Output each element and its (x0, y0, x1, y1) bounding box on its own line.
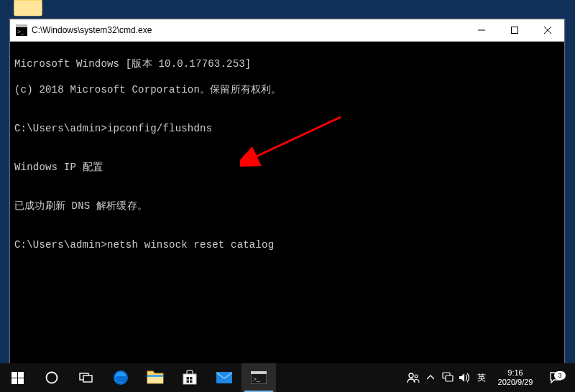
svg-text:>_: >_ (253, 375, 260, 383)
store-icon (182, 370, 198, 386)
taskbar-app-edge[interactable] (104, 363, 138, 392)
terminal-line: 已成功刷新 DNS 解析缓存。 (14, 200, 560, 213)
titlebar[interactable]: >_ C:\Windows\system32\cmd.exe (10, 19, 564, 42)
tray-people-icon[interactable] (405, 363, 422, 392)
svg-rect-9 (18, 372, 24, 378)
svg-rect-1 (16, 24, 27, 27)
taskbar-app-mail[interactable] (207, 363, 242, 392)
cortana-button[interactable] (34, 363, 69, 392)
network-icon (441, 372, 454, 383)
notification-count-badge: 3 (554, 371, 566, 380)
taskbar-app-store[interactable] (172, 363, 207, 392)
cmd-taskbar-icon: >_ (251, 371, 267, 384)
clock-time: 9:16 (507, 368, 523, 378)
edge-icon (112, 369, 129, 386)
tray-overflow-button[interactable] (422, 363, 439, 392)
maximize-button[interactable] (498, 19, 531, 41)
task-view-button[interactable] (69, 363, 104, 392)
terminal-output[interactable]: Microsoft Windows [版本 10.0.17763.253] (c… (10, 42, 564, 363)
terminal-line: (c) 2018 Microsoft Corporation。保留所有权利。 (14, 83, 560, 96)
people-icon (407, 371, 420, 384)
svg-rect-25 (251, 371, 267, 374)
chevron-up-icon (427, 375, 434, 381)
system-tray: 英 9:16 2020/9/29 3 (405, 363, 575, 392)
svg-rect-11 (18, 378, 24, 384)
windows-logo-icon (12, 372, 24, 384)
svg-rect-30 (446, 375, 453, 381)
file-explorer-icon (147, 370, 164, 385)
taskbar: >_ (0, 363, 575, 392)
window-title: C:\Windows\system32\cmd.exe (32, 25, 465, 35)
action-center-button[interactable]: 3 (541, 371, 570, 384)
volume-icon (459, 372, 472, 383)
window-controls (465, 19, 564, 41)
svg-rect-4 (512, 27, 518, 34)
tray-ime-indicator[interactable]: 英 (474, 363, 489, 392)
cmd-icon: >_ (16, 24, 27, 36)
svg-rect-8 (12, 372, 17, 378)
svg-rect-21 (187, 381, 190, 383)
mail-icon (216, 371, 233, 384)
svg-rect-14 (83, 375, 92, 382)
svg-rect-22 (190, 381, 193, 383)
svg-text:>_: >_ (17, 28, 24, 35)
cortana-icon (45, 370, 59, 385)
tray-network-icon[interactable] (439, 363, 456, 392)
terminal-line: Microsoft Windows [版本 10.0.17763.253] (14, 57, 560, 70)
cmd-window: >_ C:\Windows\system32\cmd.exe Microsoft… (9, 19, 565, 364)
svg-rect-20 (190, 377, 193, 380)
svg-rect-23 (216, 372, 232, 383)
taskbar-app-file-explorer[interactable] (138, 363, 172, 392)
clock-date: 2020/9/29 (498, 378, 533, 387)
svg-rect-19 (187, 377, 190, 380)
taskbar-clock[interactable]: 9:16 2020/9/29 (489, 368, 541, 387)
task-view-icon (79, 371, 93, 384)
taskbar-app-cmd[interactable]: >_ (242, 363, 276, 392)
ime-label: 英 (477, 372, 486, 384)
svg-rect-10 (12, 378, 17, 384)
tray-volume-icon[interactable] (456, 363, 474, 392)
svg-rect-17 (147, 375, 163, 377)
close-button[interactable] (531, 19, 564, 41)
terminal-line: C:\Users\admin>ipconfig/flushdns (14, 122, 560, 135)
terminal-line: Windows IP 配置 (14, 161, 560, 174)
terminal-line: C:\Users\admin>netsh winsock reset catal… (14, 238, 560, 251)
svg-point-28 (415, 375, 418, 378)
desktop-folder-icon[interactable] (13, 0, 43, 17)
folder-icon (13, 0, 43, 17)
svg-point-12 (47, 373, 58, 383)
minimize-button[interactable] (465, 19, 498, 41)
svg-point-27 (409, 373, 413, 378)
start-button[interactable] (0, 363, 34, 392)
